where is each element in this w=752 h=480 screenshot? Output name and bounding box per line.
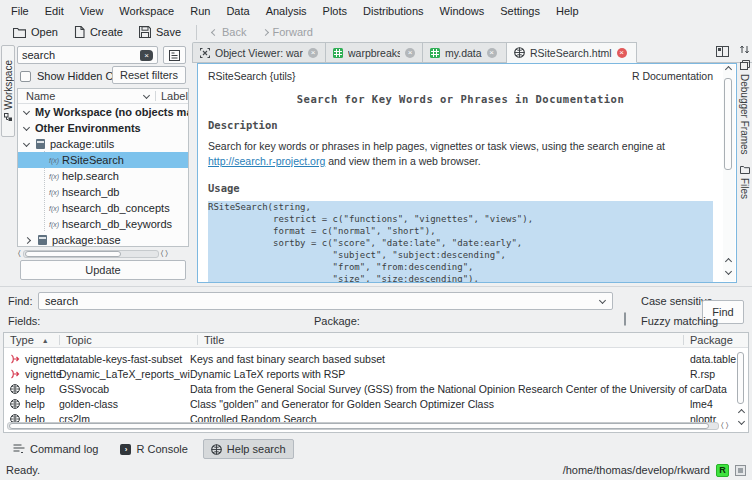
- document-tab-bar: Object Viewer: warpbreaks × warpbreaks ×…: [192, 42, 752, 63]
- menu-plots[interactable]: Plots: [315, 2, 355, 20]
- close-icon[interactable]: ×: [487, 48, 497, 58]
- menu-edit[interactable]: Edit: [37, 2, 72, 20]
- tree-item-rsitesearch[interactable]: f(x) RSiteSearch: [18, 152, 188, 168]
- menu-help[interactable]: Help: [548, 2, 587, 20]
- menu-analysis[interactable]: Analysis: [258, 2, 315, 20]
- result-row[interactable]: vignette Dynamic_LaTeX_reports_with_RSP …: [4, 366, 748, 381]
- search-r-project-link[interactable]: http://search.r-project.org: [208, 155, 325, 167]
- usage-heading: Usage: [208, 182, 713, 194]
- close-icon[interactable]: ×: [405, 48, 415, 58]
- help-vertical-scrollbar[interactable]: [723, 65, 735, 281]
- command-log-icon: [13, 444, 25, 454]
- menu-distributions[interactable]: Distributions: [355, 2, 432, 20]
- r-console-button[interactable]: › R Console: [113, 440, 194, 458]
- description-paragraph: Search for key words or phrases in help …: [208, 139, 713, 168]
- back-button[interactable]: Back: [205, 24, 253, 40]
- debugger-frames-icon: [740, 60, 750, 70]
- main-toolbar: Open Create Save Back Forward: [0, 21, 752, 43]
- folder-icon: [740, 165, 750, 174]
- save-icon: [139, 26, 151, 38]
- bottom-dock-bar: Command log › R Console Help search: [0, 438, 752, 460]
- forward-button[interactable]: Forward: [256, 24, 320, 40]
- usage-code-block[interactable]: RSiteSearch(string, restrict = c("functi…: [208, 201, 713, 282]
- workspace-browser: search × Show Hidden Objects Reset filte…: [15, 43, 192, 286]
- menu-file[interactable]: File: [3, 2, 37, 20]
- sort-ascending-icon: ▲: [42, 337, 49, 344]
- function-icon: f(x): [49, 205, 62, 212]
- tab-my-data[interactable]: my.data ×: [423, 42, 507, 62]
- reset-filters-button[interactable]: Reset filters: [112, 66, 186, 84]
- vignette-icon: [10, 369, 20, 379]
- tree-item-help-search[interactable]: f(x) help.search: [18, 168, 188, 184]
- package-label: Package:: [314, 315, 360, 327]
- tree-item-package-base[interactable]: package:base: [18, 232, 188, 247]
- scroll-up-icon[interactable]: [725, 66, 732, 73]
- status-bar: Ready. /home/thomas/develop/rkward R: [0, 460, 752, 480]
- tree-item-package-utils[interactable]: package:utils: [18, 136, 188, 152]
- help-document-view[interactable]: RSiteSearch {utils} R Documentation Sear…: [197, 63, 737, 283]
- toolbar-separator: [196, 25, 197, 40]
- tree-horizontal-scrollbar[interactable]: 〈 〈 〉: [18, 250, 188, 258]
- help-search-button[interactable]: Help search: [203, 439, 294, 459]
- console-icon: ›: [120, 444, 131, 455]
- sort-icon[interactable]: [739, 44, 750, 55]
- help-icon: [514, 47, 525, 58]
- tree-item-hsearch-db[interactable]: f(x) hsearch_db: [18, 184, 188, 200]
- find-combobox[interactable]: search: [38, 292, 613, 310]
- files-dock-tab[interactable]: Files: [737, 165, 752, 199]
- tree-header[interactable]: Name Label: [18, 89, 188, 104]
- new-file-icon: [74, 26, 85, 38]
- object-tree: Name Label My Workspace (no objects matc…: [17, 88, 189, 247]
- scroll-left-icon[interactable]: 〈: [18, 250, 21, 258]
- menu-windows[interactable]: Windows: [432, 2, 493, 20]
- scroll-left-icon[interactable]: 〈: [161, 250, 164, 258]
- tab-rsitesearch-html[interactable]: RSiteSearch.html ×: [507, 42, 637, 63]
- update-button[interactable]: Update: [20, 260, 186, 280]
- menu-view[interactable]: View: [72, 2, 112, 20]
- workspace-dock-tab[interactable]: Workspace: [1, 45, 15, 137]
- create-button[interactable]: Create: [67, 24, 130, 40]
- result-row[interactable]: help GSSvocab Data from the General Soci…: [4, 381, 748, 396]
- case-sensitive-checkbox[interactable]: [624, 312, 626, 326]
- r-engine-status-badge[interactable]: R: [716, 464, 729, 477]
- save-button[interactable]: Save: [132, 24, 188, 40]
- command-log-button[interactable]: Command log: [6, 440, 105, 458]
- clear-search-icon[interactable]: ×: [140, 50, 153, 61]
- help-icon: [10, 384, 20, 394]
- scroll-right-icon[interactable]: 〉: [165, 250, 168, 258]
- scroll-right-icon[interactable]: 〉: [726, 422, 729, 430]
- show-hidden-checkbox[interactable]: [20, 71, 31, 82]
- tab-warpbreaks[interactable]: warpbreaks ×: [326, 42, 423, 62]
- menu-run[interactable]: Run: [182, 2, 218, 20]
- close-icon[interactable]: ×: [617, 48, 627, 58]
- tree-item-hsearch-db-keywords[interactable]: f(x) hsearch_db_keywords: [18, 216, 188, 232]
- list-options-icon: [169, 50, 180, 61]
- find-label: Find:: [8, 295, 32, 307]
- split-view-icon[interactable]: [716, 46, 729, 57]
- menu-data[interactable]: Data: [218, 2, 257, 20]
- scroll-left-icon[interactable]: 〈: [721, 422, 724, 430]
- open-button[interactable]: Open: [6, 24, 65, 40]
- status-indicator-icon[interactable]: [735, 465, 746, 476]
- function-icon: f(x): [49, 221, 62, 228]
- filter-options-button[interactable]: [163, 46, 186, 64]
- chevron-left-icon: [211, 28, 218, 35]
- help-header-left: RSiteSearch {utils}: [208, 70, 296, 82]
- selected-code: RSiteSearch(string, restrict = c("functi…: [208, 201, 713, 282]
- tree-item-my-workspace[interactable]: My Workspace (no objects matching filter: [18, 104, 188, 120]
- scroll-down-icon[interactable]: [725, 268, 732, 275]
- results-header[interactable]: Type▲ Topic Title Package: [4, 333, 748, 348]
- tree-item-other-environments[interactable]: Other Environments: [18, 120, 188, 136]
- workspace-search-input[interactable]: search ×: [17, 46, 158, 64]
- debugger-frames-dock-tab[interactable]: Debugger Frames: [737, 60, 752, 155]
- result-row[interactable]: help golden-class Class "golden" and Gen…: [4, 396, 748, 411]
- results-horizontal-scrollbar[interactable]: 〈 〉: [7, 422, 728, 430]
- menu-workspace[interactable]: Workspace: [111, 2, 182, 20]
- scroll-up-icon[interactable]: [725, 258, 732, 265]
- menu-settings[interactable]: Settings: [492, 2, 548, 20]
- tree-item-hsearch-db-concepts[interactable]: f(x) hsearch_db_concepts: [18, 200, 188, 216]
- tab-object-viewer-warpbreaks[interactable]: Object Viewer: warpbreaks ×: [192, 42, 326, 62]
- result-row[interactable]: vignette datatable-keys-fast-subset Keys…: [4, 351, 748, 366]
- close-icon[interactable]: ×: [308, 48, 318, 58]
- help-search-panel: Find: search Case sensitive Find Fields:…: [0, 286, 752, 332]
